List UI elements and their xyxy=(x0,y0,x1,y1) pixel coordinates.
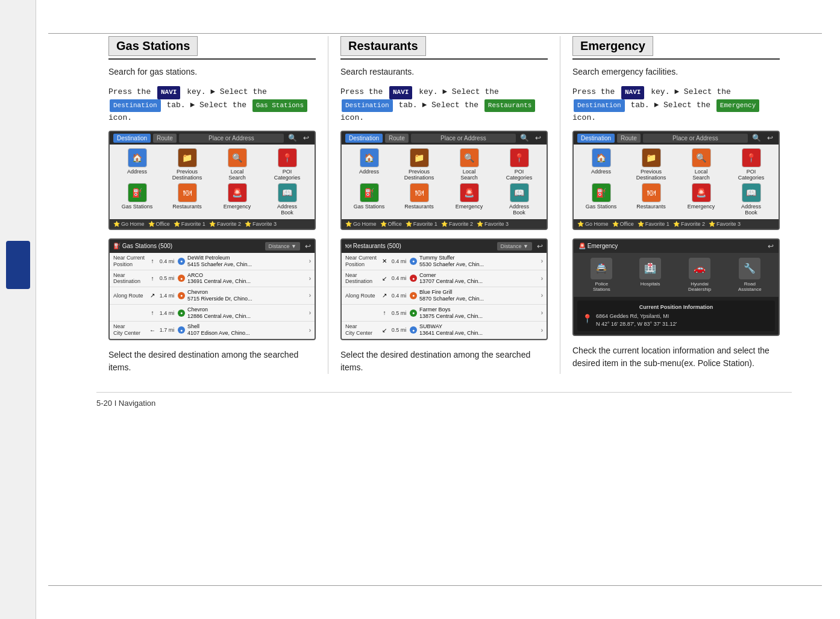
bottom-btn-emergency-3[interactable]: ⭐ Favorite 2 xyxy=(673,221,705,227)
list-row-gas-stations-0[interactable]: Near Current Position ↑ 0.4 mi ● DeWitt … xyxy=(110,253,315,270)
list-row-restaurants-4[interactable]: Near City Center ↙ 0.5 mi ● SUBWAY 13641… xyxy=(342,322,547,339)
bottom-btn-restaurants-2[interactable]: ⭐ Favorite 1 xyxy=(406,221,437,227)
row-arrow-gas-stations-4[interactable]: › xyxy=(309,327,311,334)
search-icon-2[interactable]: 🔍 xyxy=(750,134,763,142)
sort-btn-restaurants[interactable]: Distance ▼ xyxy=(497,242,532,250)
row-arrow-restaurants-4[interactable]: › xyxy=(541,327,543,334)
icon-item-restaurants-7[interactable]: 📖Address Book xyxy=(495,183,543,216)
icon-item-emergency-1[interactable]: 📁Previous Destinations xyxy=(627,148,675,181)
route-tab-1[interactable]: Route xyxy=(385,134,409,143)
search-bar-1[interactable]: Place or Address xyxy=(411,134,516,143)
bottom-btn-gas-stations-0[interactable]: ⭐ Go Home xyxy=(113,221,145,227)
icon-item-restaurants-1[interactable]: 📁Previous Destinations xyxy=(395,148,443,181)
bottom-btn-gas-stations-3[interactable]: ⭐ Favorite 2 xyxy=(209,221,241,227)
screen1-restaurants: Destination Route Place or Address 🔍 ↩ 🏠… xyxy=(340,131,548,230)
icon-item-restaurants-0[interactable]: 🏠Address xyxy=(345,148,393,181)
route-tab-0[interactable]: Route xyxy=(153,134,177,143)
list-row-gas-stations-2[interactable]: Along Route ↗ 1.4 mi ● Chevron 5715 Rive… xyxy=(110,287,315,305)
list-row-gas-stations-4[interactable]: Near City Center ← 1.7 mi ● Shell 4107 E… xyxy=(110,322,315,339)
emergency-icon-0[interactable]: 🚔Police Stations xyxy=(591,258,612,292)
list-row-restaurants-2[interactable]: Along Route ↗ 0.4 mi ● Blue Fire Grill 5… xyxy=(342,287,547,305)
icon-label-emergency-1: Previous Destinations xyxy=(636,169,666,181)
list-back-btn-gas-stations[interactable]: ↩ xyxy=(305,242,311,250)
emergency-icon-2[interactable]: 🚗Hyundai Dealership xyxy=(688,258,711,292)
bottom-btn-emergency-4[interactable]: ⭐ Favorite 3 xyxy=(709,221,741,227)
footer-text: 5-20 I Navigation xyxy=(96,399,155,408)
icon-item-emergency-2[interactable]: 🔍Local Search xyxy=(677,148,725,181)
row-arrow-restaurants-2[interactable]: › xyxy=(541,292,543,299)
icon-item-emergency-4[interactable]: ⛽Gas Stations xyxy=(577,183,625,216)
list-row-restaurants-0[interactable]: Near Current Position ✕ 0.4 mi ● Tummy S… xyxy=(342,253,547,270)
emergency-back-btn[interactable]: ↩ xyxy=(768,242,774,250)
icon-item-gas-stations-4[interactable]: ⛽Gas Stations xyxy=(113,183,161,216)
location-address: 6864 Geddes Rd, Ypsilanti, MIN 42° 16' 2… xyxy=(596,313,677,328)
row-arrow-restaurants-0[interactable]: › xyxy=(541,258,543,264)
icon-item-emergency-6[interactable]: 🚨Emergency xyxy=(677,183,725,216)
bottom-btn-emergency-0[interactable]: ⭐ Go Home xyxy=(577,221,609,227)
bottom-btn-restaurants-1[interactable]: ⭐ Office xyxy=(380,221,402,227)
icon-item-restaurants-6[interactable]: 🚨Emergency xyxy=(445,183,493,216)
search-bar-2[interactable]: Place or Address xyxy=(643,134,748,143)
sort-btn-gas-stations[interactable]: Distance ▼ xyxy=(265,242,300,250)
row-arrow-gas-stations-2[interactable]: › xyxy=(309,292,311,299)
list-row-gas-stations-3[interactable]: ↑ 1.4 mi ● Chevron 12886 Central Ave, Ch… xyxy=(110,305,315,322)
icon-item-gas-stations-6[interactable]: 🚨Emergency xyxy=(213,183,261,216)
icon-item-emergency-0[interactable]: 🏠Address xyxy=(577,148,625,181)
list-row-gas-stations-1[interactable]: Near Destination ↑ 0.5 mi ● ARCO 13691 C… xyxy=(110,270,315,288)
emergency-icon-3[interactable]: 🔧Road Assistance xyxy=(738,258,762,292)
row-arrow-restaurants-3[interactable]: › xyxy=(541,310,543,316)
row-arrow-restaurants-1[interactable]: › xyxy=(541,275,543,282)
icon-item-emergency-7[interactable]: 📖Address Book xyxy=(727,183,775,216)
back-icon-0[interactable]: ↩ xyxy=(301,134,311,142)
emergency-icon-box-2: 🚗 xyxy=(689,258,710,279)
icon-item-gas-stations-7[interactable]: 📖Address Book xyxy=(263,183,311,216)
row-arrow-gas-stations-0[interactable]: › xyxy=(309,258,311,264)
bottom-btn-gas-stations-4[interactable]: ⭐ Favorite 3 xyxy=(245,221,277,227)
bottom-desc-restaurants: Select the desired destination among the… xyxy=(340,349,548,374)
bottom-btn-gas-stations-2[interactable]: ⭐ Favorite 1 xyxy=(174,221,205,227)
icon-item-gas-stations-1[interactable]: 📁Previous Destinations xyxy=(163,148,211,181)
row-dist-restaurants-2: 0.4 mi xyxy=(390,293,407,299)
search-icon-0[interactable]: 🔍 xyxy=(286,134,299,142)
row-arrow-gas-stations-1[interactable]: › xyxy=(309,275,311,282)
row-indicator-gas-stations-0: ● xyxy=(178,258,185,265)
row-arrow-gas-stations-3[interactable]: › xyxy=(309,310,311,316)
list-row-restaurants-1[interactable]: Near Destination ↙ 0.4 mi ● Corner 13707… xyxy=(342,270,547,288)
emergency-icon-1[interactable]: 🏥Hospitals xyxy=(639,258,661,292)
icon-label-emergency-7: Address Book xyxy=(741,204,761,216)
bottom-btn-restaurants-4[interactable]: ⭐ Favorite 3 xyxy=(477,221,509,227)
dest-tab-2[interactable]: Destination xyxy=(577,134,615,143)
icon-item-restaurants-2[interactable]: 🔍Local Search xyxy=(445,148,493,181)
back-icon-2[interactable]: ↩ xyxy=(765,134,775,142)
bottom-btn-gas-stations-1[interactable]: ⭐ Office xyxy=(148,221,170,227)
icon-item-restaurants-5[interactable]: 🍽Restaurants xyxy=(395,183,443,216)
icon-box-emergency-7: 📖 xyxy=(742,183,761,202)
icon-item-emergency-5[interactable]: 🍽Restaurants xyxy=(627,183,675,216)
icon-item-gas-stations-3[interactable]: 📍POI Categories xyxy=(263,148,311,181)
screen1-bottom-restaurants: ⭐ Go Home⭐ Office⭐ Favorite 1⭐ Favorite … xyxy=(342,219,547,229)
icon-item-emergency-3[interactable]: 📍POI Categories xyxy=(727,148,775,181)
list-back-btn-restaurants[interactable]: ↩ xyxy=(537,242,543,250)
row-indicator-gas-stations-4: ● xyxy=(178,326,185,334)
row-label-restaurants-1: Near Destination xyxy=(345,272,378,285)
route-tab-2[interactable]: Route xyxy=(617,134,641,143)
bottom-btn-restaurants-3[interactable]: ⭐ Favorite 2 xyxy=(441,221,473,227)
search-icon-1[interactable]: 🔍 xyxy=(518,134,531,142)
icon-item-gas-stations-2[interactable]: 🔍Local Search xyxy=(213,148,261,181)
bottom-btn-restaurants-0[interactable]: ⭐ Go Home xyxy=(345,221,377,227)
icon-item-gas-stations-5[interactable]: 🍽Restaurants xyxy=(163,183,211,216)
list-row-restaurants-3[interactable]: ↑ 0.5 mi ● Farmer Boys 13875 Central Ave… xyxy=(342,305,547,322)
back-icon-1[interactable]: ↩ xyxy=(533,134,543,142)
bottom-btn-emergency-2[interactable]: ⭐ Favorite 1 xyxy=(638,221,669,227)
dest-tab-1[interactable]: Destination xyxy=(345,134,383,143)
bottom-btn-emergency-1[interactable]: ⭐ Office xyxy=(612,221,634,227)
icon-item-restaurants-4[interactable]: ⛽Gas Stations xyxy=(345,183,393,216)
search-bar-0[interactable]: Place or Address xyxy=(179,134,284,143)
dest-tab-0[interactable]: Destination xyxy=(113,134,151,143)
icon-label-restaurants-5: Restaurants xyxy=(404,204,434,210)
location-title: Current Position Information xyxy=(582,304,770,310)
icon-label-restaurants-6: Emergency xyxy=(456,204,483,210)
icon-item-restaurants-3[interactable]: 📍POI Categories xyxy=(495,148,543,181)
icon-box-restaurants-0: 🏠 xyxy=(360,148,379,167)
icon-item-gas-stations-0[interactable]: 🏠Address xyxy=(113,148,161,181)
